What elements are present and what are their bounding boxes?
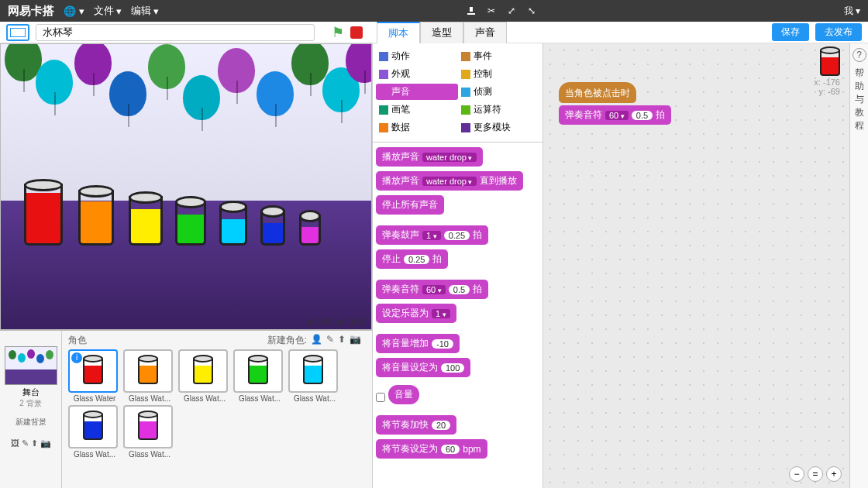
block-change-volume[interactable]: 将音量增加 -10 [376, 334, 460, 353]
stage-canvas[interactable]: x: 240 y: -180 [0, 43, 372, 330]
scissors-icon[interactable]: ✂ [485, 5, 498, 17]
category-item[interactable]: 外观 [376, 66, 458, 82]
block-palette: 播放声音 water drop 播放声音 water drop 直到播放 停止所… [373, 143, 542, 488]
balloon-decor [109, 71, 146, 116]
balloon-decor [36, 60, 73, 105]
block-volume-reporter[interactable]: 音量 [388, 385, 419, 404]
publish-button[interactable]: 去发布 [815, 23, 862, 41]
help-sidebar[interactable]: ? 帮助与教程 [849, 43, 868, 488]
category-item[interactable]: 画笔 [376, 101, 458, 118]
category-item[interactable]: 数据 [376, 119, 458, 136]
block-when-clicked[interactable]: 当角色被点击时 [559, 82, 636, 103]
sprite-item[interactable]: Glass Wat... [123, 405, 176, 459]
balloon-decor [218, 48, 255, 93]
sub-toolbar: ⚑ 脚本 造型 声音 保存 去发布 [0, 22, 868, 43]
stage-info-panel: 舞台 2 背景 新建背景 🖼 ✎ ⬆ 📷 [0, 331, 62, 488]
sprite-upload-icon[interactable]: ⬆ [338, 334, 346, 347]
block-stop-all-sounds[interactable]: 停止所有声音 [376, 195, 444, 215]
category-item[interactable]: 控制 [458, 66, 540, 82]
sprite-lib-icon[interactable]: 👤 [311, 334, 322, 347]
block-play-sound[interactable]: 播放声音 water drop [376, 147, 483, 167]
category-item[interactable]: 动作 [376, 48, 458, 64]
help-icon[interactable]: ? [852, 48, 866, 62]
balloon-decor [291, 43, 329, 85]
block-set-tempo[interactable]: 将节奏设定为 60 bpm [376, 439, 487, 459]
globe-icon[interactable]: 🌐 ▾ [64, 5, 84, 17]
sprite-item[interactable]: Glass Wat... [68, 405, 121, 459]
sprite-paint-icon[interactable]: ✎ [326, 334, 334, 347]
backdrop-camera-icon[interactable]: 📷 [40, 438, 51, 448]
stage-thumbnail[interactable] [5, 346, 57, 385]
menu-edit[interactable]: 编辑 ▾ [131, 4, 159, 18]
enlarge-icon[interactable]: ⤢ [505, 5, 518, 17]
balloon-decor [183, 75, 220, 120]
category-item[interactable]: 事件 [458, 48, 540, 64]
category-selector: 动作事件外观控制声音侦测画笔运算符数据更多模块 [373, 43, 542, 143]
backdrop-upload-icon[interactable]: ⬆ [31, 438, 38, 448]
user-menu[interactable]: 我 ▾ [844, 5, 860, 18]
zoom-in-icon[interactable]: + [826, 466, 842, 482]
glass-sprite[interactable] [299, 215, 321, 246]
balloon-decor [74, 43, 112, 85]
tab-costumes[interactable]: 造型 [420, 22, 463, 43]
block-play-sound-until[interactable]: 播放声音 water drop 直到播放 [376, 171, 523, 191]
block-rest[interactable]: 停止 0.25 拍 [376, 249, 448, 269]
category-item[interactable]: 更多模块 [458, 119, 540, 136]
balloon-decor [148, 44, 185, 89]
block-play-note[interactable]: 弹奏音符 60 0.5 拍 [376, 280, 488, 299]
glass-sprite[interactable] [24, 184, 63, 246]
new-backdrop-label: 新建背景 [3, 417, 58, 428]
backdrop-count: 2 背景 [3, 398, 58, 409]
stage-view-icon[interactable] [6, 24, 29, 41]
script-sprite-info: x: -176 y: -69 [814, 50, 840, 96]
sprites-label: 角色 [68, 334, 87, 347]
glass-sprite[interactable] [129, 196, 163, 246]
menu-file[interactable]: 文件 ▾ [94, 4, 122, 18]
sprite-item[interactable]: Glass Wat... [288, 349, 341, 403]
glass-sprite[interactable] [78, 190, 114, 246]
help-label: 帮助与教程 [850, 67, 868, 132]
green-flag-icon[interactable]: ⚑ [332, 24, 344, 41]
backdrop-paint-icon[interactable]: ✎ [22, 438, 29, 448]
tab-scripts[interactable]: 脚本 [377, 22, 420, 43]
stop-icon[interactable] [350, 26, 363, 39]
volume-monitor-checkbox[interactable] [376, 393, 385, 402]
project-title-input[interactable] [36, 24, 315, 41]
backdrop-lib-icon[interactable]: 🖼 [11, 438, 19, 448]
glass-sprite[interactable] [175, 201, 206, 246]
balloon-decor [257, 71, 294, 116]
script-canvas[interactable]: x: -176 y: -69 当角色被点击时 弹奏音符 60 0.5 拍 − =… [542, 43, 849, 488]
glass-sprite[interactable] [219, 205, 247, 246]
block-play-drum[interactable]: 弹奏鼓声 1 0.25 拍 [376, 225, 488, 245]
category-item[interactable]: 运算符 [458, 101, 540, 118]
block-set-volume[interactable]: 将音量设定为 100 [376, 358, 470, 377]
shrink-icon[interactable]: ⤡ [525, 5, 538, 17]
top-menu-bar: 网易卡搭 🌐 ▾ 文件 ▾ 编辑 ▾ ✂ ⤢ ⤡ 我 ▾ [0, 0, 868, 22]
zoom-out-icon[interactable]: − [789, 466, 804, 482]
stage-label: 舞台 [3, 387, 58, 398]
sprite-item[interactable]: Glass Wat... [123, 349, 176, 403]
sprite-item[interactable]: Glass Wat... [233, 349, 286, 403]
stage-coords: x: 240 y: -180 [308, 317, 363, 326]
new-sprite-label: 新建角色: [267, 334, 307, 347]
zoom-reset-icon[interactable]: = [808, 466, 823, 482]
sprite-camera-icon[interactable]: 📷 [350, 334, 361, 347]
glass-sprite[interactable] [260, 210, 285, 246]
block-change-tempo[interactable]: 将节奏加快 20 [376, 415, 456, 435]
sprite-item[interactable]: iGlass Water [68, 349, 121, 403]
tab-sounds[interactable]: 声音 [463, 22, 507, 43]
category-item[interactable]: 声音 [376, 84, 458, 100]
stamp-icon[interactable] [465, 5, 477, 17]
block-play-note-placed[interactable]: 弹奏音符 60 0.5 拍 [559, 105, 671, 125]
app-logo: 网易卡搭 [8, 4, 54, 19]
block-set-instrument[interactable]: 设定乐器为 1 [376, 304, 456, 323]
save-button[interactable]: 保存 [772, 23, 809, 41]
category-item[interactable]: 侦测 [458, 84, 540, 100]
sprite-item[interactable]: Glass Wat... [178, 349, 231, 403]
